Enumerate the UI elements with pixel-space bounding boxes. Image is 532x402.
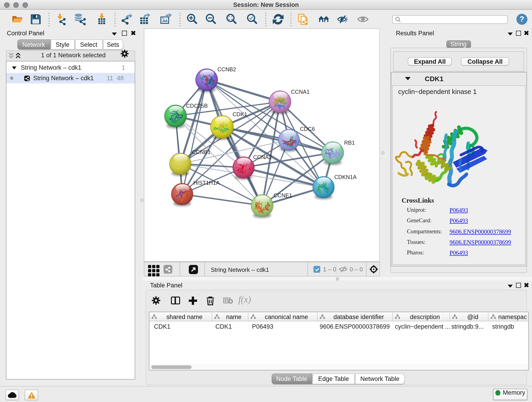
svg-text:CCNB1: CCNB1 xyxy=(192,149,210,155)
svg-text:HIST1H1A: HIST1H1A xyxy=(193,180,220,186)
svg-text:CDK1: CDK1 xyxy=(233,111,247,117)
svg-text:CCNA1: CCNA1 xyxy=(291,89,310,95)
svg-text:RB1: RB1 xyxy=(344,140,355,146)
svg-text:CDKN1A: CDKN1A xyxy=(334,174,356,180)
svg-text:CCNB2: CCNB2 xyxy=(217,66,236,72)
svg-text:CCNE1: CCNE1 xyxy=(273,192,292,198)
svg-text:CCNA2: CCNA2 xyxy=(253,154,272,160)
svg-text:CDC6: CDC6 xyxy=(300,126,315,132)
svg-text:CDC25B: CDC25B xyxy=(186,103,208,109)
